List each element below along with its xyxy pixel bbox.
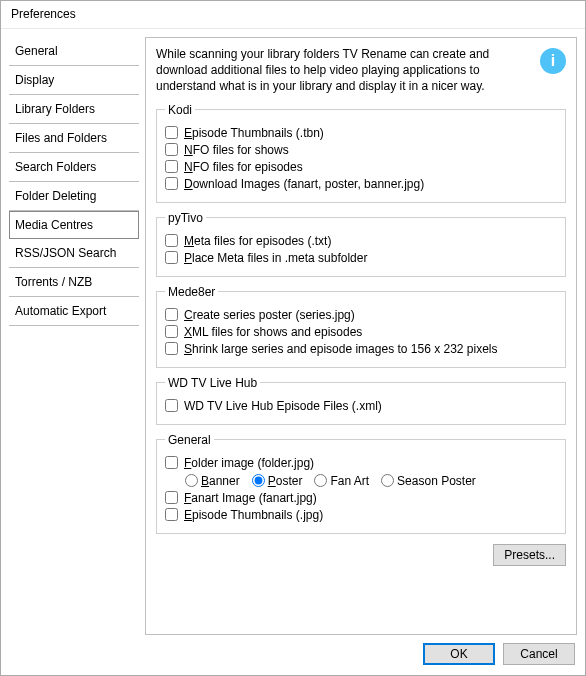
presets-button[interactable]: Presets... (493, 544, 566, 566)
checkbox-mede8er-xml-files[interactable] (165, 325, 178, 338)
checkbox-kodi-episode-thumbnails[interactable] (165, 126, 178, 139)
group-mede8er: Mede8er Create series poster (series.jpg… (156, 285, 566, 368)
group-pytivo: pyTivo Meta files for episodes (.txt) Pl… (156, 211, 566, 277)
checkbox-label: NFO files for episodes (184, 160, 303, 174)
sidebar-item-label: Automatic Export (15, 304, 106, 318)
sidebar-item-label: Files and Folders (15, 131, 107, 145)
group-wdtv-legend: WD TV Live Hub (165, 376, 260, 390)
checkbox-label: XML files for shows and episodes (184, 325, 362, 339)
window-body: General Display Library Folders Files an… (1, 29, 585, 675)
radio-label: Season Poster (397, 474, 476, 488)
cancel-button[interactable]: Cancel (503, 643, 575, 665)
sidebar-item-label: General (15, 44, 58, 58)
sidebar-item-label: Media Centres (15, 218, 93, 232)
checkbox-fanart-image[interactable] (165, 491, 178, 504)
sidebar-item-label: Library Folders (15, 102, 95, 116)
checkbox-pytivo-subfolder[interactable] (165, 251, 178, 264)
window-title: Preferences (1, 1, 585, 29)
sidebar-item-library-folders[interactable]: Library Folders (9, 95, 139, 124)
sidebar-item-folder-deleting[interactable]: Folder Deleting (9, 182, 139, 211)
checkbox-mede8er-series-poster[interactable] (165, 308, 178, 321)
checkbox-label: Episode Thumbnails (.tbn) (184, 126, 324, 140)
sidebar-item-label: Display (15, 73, 54, 87)
group-general: General Folder image (folder.jpg) Banner… (156, 433, 566, 534)
sidebar-item-general[interactable]: General (9, 37, 139, 66)
group-pytivo-legend: pyTivo (165, 211, 206, 225)
sidebar-item-files-and-folders[interactable]: Files and Folders (9, 124, 139, 153)
checkbox-label: NFO files for shows (184, 143, 289, 157)
sidebar-item-label: Search Folders (15, 160, 96, 174)
group-general-legend: General (165, 433, 214, 447)
main-area: General Display Library Folders Files an… (9, 37, 577, 635)
checkbox-episode-thumbnails[interactable] (165, 508, 178, 521)
checkbox-kodi-nfo-episodes[interactable] (165, 160, 178, 173)
checkbox-label: Episode Thumbnails (.jpg) (184, 508, 323, 522)
group-wdtv: WD TV Live Hub WD TV Live Hub Episode Fi… (156, 376, 566, 425)
checkbox-label: Folder image (folder.jpg) (184, 456, 314, 470)
sidebar-item-label: Folder Deleting (15, 189, 96, 203)
sidebar-item-rss-json-search[interactable]: RSS/JSON Search (9, 239, 139, 268)
radio-banner[interactable] (185, 474, 198, 487)
panel-description: While scanning your library folders TV R… (156, 46, 532, 95)
content-panel: While scanning your library folders TV R… (145, 37, 577, 635)
description-row: While scanning your library folders TV R… (156, 46, 566, 95)
group-mede8er-legend: Mede8er (165, 285, 218, 299)
sidebar-item-label: RSS/JSON Search (15, 246, 116, 260)
checkbox-label: WD TV Live Hub Episode Files (.xml) (184, 399, 382, 413)
folder-image-radio-group: Banner Poster Fan Art Season Poster (185, 474, 557, 488)
radio-label: Poster (268, 474, 303, 488)
category-sidebar: General Display Library Folders Files an… (9, 37, 139, 635)
radio-fan-art[interactable] (314, 474, 327, 487)
sidebar-item-automatic-export[interactable]: Automatic Export (9, 297, 139, 326)
group-kodi: Kodi Episode Thumbnails (.tbn) NFO files… (156, 103, 566, 203)
checkbox-wdtv-episode-files[interactable] (165, 399, 178, 412)
info-icon[interactable]: i (540, 48, 566, 74)
sidebar-item-search-folders[interactable]: Search Folders (9, 153, 139, 182)
checkbox-label: Create series poster (series.jpg) (184, 308, 355, 322)
radio-poster[interactable] (252, 474, 265, 487)
group-kodi-legend: Kodi (165, 103, 195, 117)
checkbox-label: Download Images (fanart, poster, banner.… (184, 177, 424, 191)
checkbox-mede8er-shrink-images[interactable] (165, 342, 178, 355)
checkbox-label: Shrink large series and episode images t… (184, 342, 498, 356)
radio-label: Fan Art (330, 474, 369, 488)
checkbox-kodi-nfo-shows[interactable] (165, 143, 178, 156)
checkbox-label: Fanart Image (fanart.jpg) (184, 491, 317, 505)
presets-row: Presets... (156, 544, 566, 566)
checkbox-label: Place Meta files in .meta subfolder (184, 251, 367, 265)
sidebar-item-torrents-nzb[interactable]: Torrents / NZB (9, 268, 139, 297)
dialog-footer: OK Cancel (9, 635, 577, 667)
sidebar-item-display[interactable]: Display (9, 66, 139, 95)
checkbox-label: Meta files for episodes (.txt) (184, 234, 331, 248)
radio-label: Banner (201, 474, 240, 488)
preferences-window: Preferences General Display Library Fold… (0, 0, 586, 676)
checkbox-pytivo-meta-files[interactable] (165, 234, 178, 247)
checkbox-folder-image[interactable] (165, 456, 178, 469)
sidebar-item-media-centres[interactable]: Media Centres (9, 211, 139, 239)
radio-season-poster[interactable] (381, 474, 394, 487)
checkbox-kodi-download-images[interactable] (165, 177, 178, 190)
sidebar-item-label: Torrents / NZB (15, 275, 92, 289)
ok-button[interactable]: OK (423, 643, 495, 665)
